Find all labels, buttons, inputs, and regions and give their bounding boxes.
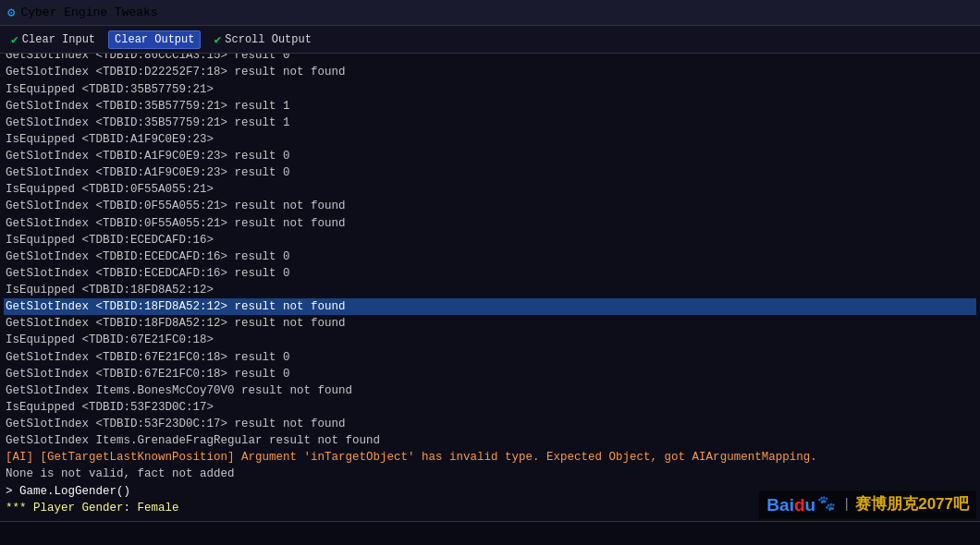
log-line: GetSlotIndex <TDBID:0F55A055:21> result … <box>4 215 976 232</box>
log-line: GetSlotIndex <TDBID:53F23D0C:17> result … <box>4 416 976 432</box>
log-line: GetSlotIndex Items.BonesMcCoy70V0 result… <box>4 382 976 399</box>
titlebar: ⚙ Cyber Engine Tweaks <box>0 0 980 26</box>
log-line: None is not valid, fact not added <box>4 466 976 482</box>
console-input[interactable] <box>4 527 976 540</box>
log-line: GetSlotIndex <TDBID:A1F9C0E9:23> result … <box>4 148 976 164</box>
log-line: GetSlotIndex <TDBID:18FD8A52:12> result … <box>4 315 976 332</box>
log-line: GetSlotIndex <TDBID:67E21FC0:18> result … <box>4 349 976 366</box>
log-line: GetSlotIndex Items.GrenadeFragRegular re… <box>4 432 976 449</box>
log-line: GetSlotIndex <TDBID:A1F9C0E9:23> result … <box>4 164 976 181</box>
clear-output-button[interactable]: Clear Output <box>108 30 201 49</box>
clear-input-label: Clear Input <box>22 33 95 46</box>
log-line: GetSlotIndex <TDBID:35B57759:21> result … <box>4 98 976 115</box>
log-line: IsEquipped <TDBID:ECEDCAFD:16> <box>4 232 976 248</box>
log-line: GetSlotIndex <TDBID:67E21FC0:18> result … <box>4 366 976 382</box>
log-line: IsEquipped <TDBID:53F23D0C:17> <box>4 399 976 416</box>
log-line: > Game.LogGender() <box>4 483 976 500</box>
log-line: IsEquipped <TDBID:A1F9C0E9:23> <box>4 131 976 148</box>
toolbar: ✔ Clear Input Clear Output ✔ Scroll Outp… <box>0 26 980 54</box>
log-line: GetSlotIndex <TDBID:86CCC1A3:15> result … <box>4 54 976 64</box>
log-line: IsEquipped <TDBID:0F55A055:21> <box>4 181 976 198</box>
log-line: *** Player Gender: Female <box>4 500 976 516</box>
clear-input-check-icon: ✔ <box>11 32 18 47</box>
log-line: GetSlotIndex <TDBID:18FD8A52:12> result … <box>4 298 976 315</box>
log-line: GetSlotIndex <TDBID:0F55A055:21> result … <box>4 198 976 214</box>
log-line: [AI] [GetTargetLastKnownPosition] Argume… <box>4 449 976 466</box>
clear-input-button[interactable]: ✔ Clear Input <box>6 30 101 49</box>
log-line: GetSlotIndex <TDBID:ECEDCAFD:16> result … <box>4 248 976 265</box>
scroll-output-button[interactable]: ✔ Scroll Output <box>208 30 316 49</box>
log-line: GetSlotIndex <TDBID:35B57759:21> result … <box>4 115 976 131</box>
titlebar-title: Cyber Engine Tweaks <box>20 6 157 19</box>
scroll-output-check-icon: ✔ <box>214 32 221 47</box>
log-line: GetSlotIndex <TDBID:ECEDCAFD:16> result … <box>4 265 976 282</box>
log-line: IsEquipped <TDBID:35B57759:21> <box>4 81 976 98</box>
clear-output-label: Clear Output <box>115 33 194 46</box>
scroll-output-label: Scroll Output <box>225 33 312 46</box>
output-area[interactable]: IsEquipped <TDBID:86CCC1A3:15>GetSlotInd… <box>0 54 980 521</box>
log-line: IsEquipped <TDBID:18FD8A52:12> <box>4 282 976 298</box>
log-line: GetSlotIndex <TDBID:D22252F7:18> result … <box>4 64 976 80</box>
input-area <box>0 521 980 545</box>
log-line: IsEquipped <TDBID:67E21FC0:18> <box>4 332 976 348</box>
gear-icon: ⚙ <box>7 5 15 20</box>
